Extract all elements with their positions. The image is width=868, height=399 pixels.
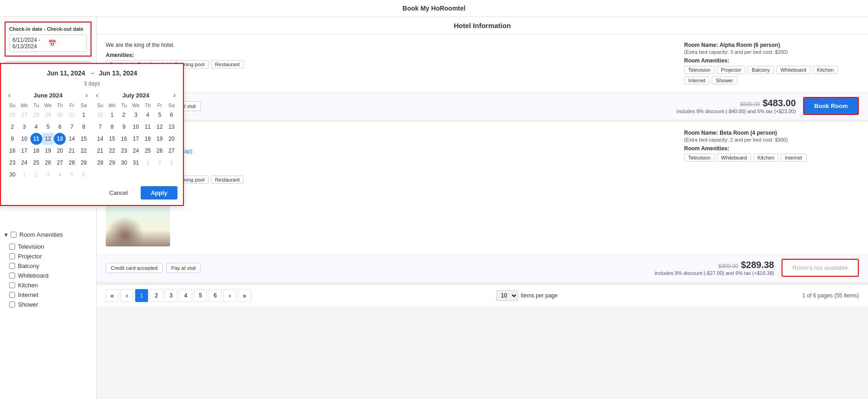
items-per-page-select[interactable]: 10 20 50 <box>496 290 518 301</box>
page-6-btn[interactable]: 6 <box>209 289 222 302</box>
page-1-btn[interactable]: 1 <box>135 289 148 302</box>
june-prev-btn[interactable]: ‹ <box>6 91 12 99</box>
prev-page-btn[interactable]: ‹ <box>120 289 133 302</box>
calendar-day[interactable]: 5 <box>154 109 166 121</box>
calendar-day[interactable]: 9 <box>118 121 130 133</box>
calendar-day[interactable]: 11 <box>30 133 42 145</box>
calendar-day[interactable]: 14 <box>94 133 106 145</box>
calendar-day[interactable]: 29 <box>78 157 90 169</box>
calendar-day[interactable]: 2 <box>30 169 42 181</box>
amenity-checkbox-0[interactable] <box>9 244 15 250</box>
first-page-btn[interactable]: « <box>106 289 119 302</box>
amenity-checkbox-6[interactable] <box>9 302 15 308</box>
calendar-day[interactable]: 7 <box>66 121 78 133</box>
calendar-day[interactable]: 17 <box>130 133 142 145</box>
calendar-day[interactable]: 22 <box>78 145 90 157</box>
calendar-day[interactable]: 1 <box>18 169 30 181</box>
july-next-btn[interactable]: › <box>171 91 177 99</box>
calendar-day[interactable]: 15 <box>106 133 118 145</box>
last-page-btn[interactable]: » <box>238 289 251 302</box>
calendar-day[interactable]: 28 <box>94 157 106 169</box>
calendar-day[interactable]: 27 <box>54 157 66 169</box>
calendar-day[interactable]: 3 <box>130 109 142 121</box>
calendar-day[interactable]: 7 <box>94 121 106 133</box>
calendar-day[interactable]: 26 <box>6 109 18 121</box>
calendar-day[interactable]: 28 <box>66 157 78 169</box>
calendar-day[interactable]: 12 <box>154 121 166 133</box>
calendar-day[interactable]: 5 <box>66 169 78 181</box>
amenity-checkbox-5[interactable] <box>9 292 15 298</box>
calendar-day[interactable]: 3 <box>166 157 177 169</box>
book-button-0[interactable]: Book Room <box>803 97 859 115</box>
calendar-day[interactable]: 27 <box>18 109 30 121</box>
calendar-day[interactable]: 20 <box>166 133 177 145</box>
calendar-day[interactable]: 14 <box>66 133 78 145</box>
apply-button[interactable]: Apply <box>141 186 177 200</box>
amenity-checkbox-2[interactable] <box>9 263 15 269</box>
calendar-day[interactable]: 29 <box>106 157 118 169</box>
calendar-day[interactable]: 6 <box>54 121 66 133</box>
calendar-day[interactable]: 1 <box>78 109 90 121</box>
calendar-day[interactable]: 2 <box>6 121 18 133</box>
calendar-day[interactable]: 25 <box>30 157 42 169</box>
july-prev-btn[interactable]: ‹ <box>94 91 100 99</box>
amenities-select-all[interactable] <box>11 232 17 238</box>
calendar-day[interactable]: 30 <box>54 109 66 121</box>
calendar-day[interactable]: 30 <box>94 109 106 121</box>
calendar-day[interactable]: 10 <box>18 133 30 145</box>
calendar-day[interactable]: 4 <box>30 121 42 133</box>
calendar-day[interactable]: 6 <box>78 169 90 181</box>
page-4-btn[interactable]: 4 <box>179 289 192 302</box>
cancel-button[interactable]: Cancel <box>101 186 136 200</box>
calendar-day[interactable]: 3 <box>18 121 30 133</box>
calendar-day[interactable]: 13 <box>54 133 66 145</box>
calendar-day[interactable]: 2 <box>118 109 130 121</box>
june-next-btn[interactable]: › <box>84 91 90 99</box>
calendar-day[interactable]: 23 <box>118 145 130 157</box>
calendar-day[interactable]: 1 <box>106 109 118 121</box>
calendar-day[interactable]: 20 <box>54 145 66 157</box>
calendar-day[interactable]: 19 <box>154 133 166 145</box>
calendar-day[interactable]: 11 <box>142 121 154 133</box>
calendar-day[interactable]: 29 <box>42 109 54 121</box>
calendar-day[interactable]: 27 <box>166 145 177 157</box>
calendar-day[interactable]: 28 <box>30 109 42 121</box>
amenity-checkbox-1[interactable] <box>9 253 15 259</box>
calendar-day[interactable]: 31 <box>66 109 78 121</box>
calendar-day[interactable]: 17 <box>18 145 30 157</box>
calendar-day[interactable]: 5 <box>42 121 54 133</box>
calendar-day[interactable]: 9 <box>6 133 18 145</box>
amenities-expand-icon[interactable]: ▾ <box>5 231 8 238</box>
calendar-day[interactable]: 8 <box>78 121 90 133</box>
next-page-btn[interactable]: › <box>223 289 236 302</box>
calendar-day[interactable]: 21 <box>94 145 106 157</box>
calendar-day[interactable]: 4 <box>142 109 154 121</box>
date-input[interactable]: 6/11/2024 - 6/13/2024 📅 <box>9 34 87 52</box>
amenity-checkbox-3[interactable] <box>9 273 15 279</box>
page-2-btn[interactable]: 2 <box>150 289 163 302</box>
calendar-day[interactable]: 30 <box>6 169 18 181</box>
calendar-day[interactable]: 23 <box>6 157 18 169</box>
calendar-day[interactable]: 30 <box>118 157 130 169</box>
calendar-day[interactable]: 19 <box>42 145 54 157</box>
book-button-1[interactable]: Room's not available <box>782 259 859 277</box>
calendar-day[interactable]: 24 <box>130 145 142 157</box>
calendar-day[interactable]: 21 <box>66 145 78 157</box>
calendar-day[interactable]: 4 <box>54 169 66 181</box>
calendar-day[interactable]: 3 <box>42 169 54 181</box>
calendar-day[interactable]: 13 <box>166 121 177 133</box>
page-5-btn[interactable]: 5 <box>194 289 207 302</box>
calendar-day[interactable]: 31 <box>130 157 142 169</box>
calendar-day[interactable]: 2 <box>154 157 166 169</box>
calendar-day[interactable]: 15 <box>78 133 90 145</box>
page-3-btn[interactable]: 3 <box>165 289 177 302</box>
calendar-day[interactable]: 26 <box>154 145 166 157</box>
calendar-day[interactable]: 24 <box>18 157 30 169</box>
calendar-day[interactable]: 22 <box>106 145 118 157</box>
calendar-day[interactable]: 18 <box>142 133 154 145</box>
calendar-day[interactable]: 16 <box>118 133 130 145</box>
amenity-checkbox-4[interactable] <box>9 282 15 288</box>
calendar-day[interactable]: 1 <box>142 157 154 169</box>
calendar-day[interactable]: 18 <box>30 145 42 157</box>
calendar-day[interactable]: 16 <box>6 145 18 157</box>
